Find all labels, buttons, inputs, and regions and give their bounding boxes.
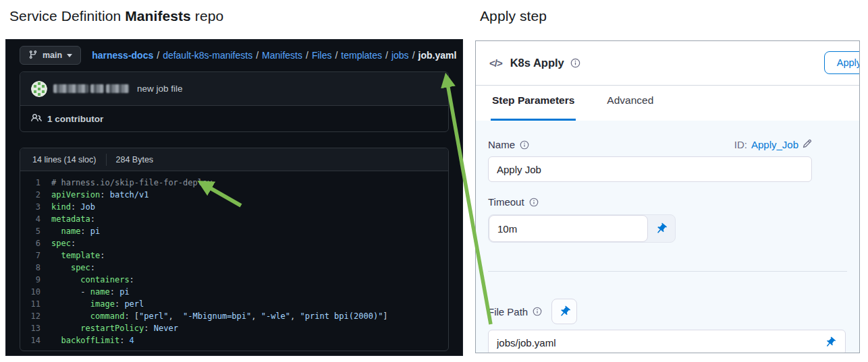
breadcrumb-link-jobs[interactable]: jobs	[391, 50, 409, 61]
section-divider	[488, 271, 847, 272]
line-number[interactable]: 12	[20, 310, 51, 322]
line-number[interactable]: 7	[20, 249, 51, 262]
edit-pencil-icon[interactable]	[803, 139, 812, 150]
branch-name: main	[43, 51, 62, 60]
file-stats-bar: 14 lines (14 sloc) 284 Bytes	[20, 148, 448, 171]
code-line: 14 backoffLimit: 4	[20, 334, 448, 346]
code-line: 3kind: Job	[20, 201, 448, 213]
file-path-pin-toggle[interactable]	[817, 330, 843, 353]
code-line-content: command: ["perl", "-Mbignum=bpi", "-wle"…	[51, 310, 388, 322]
code-line-content: spec:	[51, 262, 95, 274]
line-number[interactable]: 13	[20, 322, 51, 334]
file-size-info: 284 Bytes	[116, 155, 154, 164]
line-number[interactable]: 5	[20, 225, 51, 237]
code-viewer: 1# harness.io/skip-file-for-deploy2apiVe…	[20, 171, 448, 346]
line-number[interactable]: 4	[20, 213, 51, 225]
breadcrumb-separator: /	[412, 50, 415, 61]
line-number[interactable]: 10	[20, 286, 51, 298]
file-path-input[interactable]	[488, 330, 846, 353]
code-line: 12 command: ["perl", "-Mbignum=bpi", "-w…	[20, 310, 448, 322]
contributors-row[interactable]: 1 contributor	[20, 106, 448, 131]
code-line: 13 restartPolicy: Never	[20, 322, 448, 334]
file-path-pin-button[interactable]	[551, 299, 577, 324]
git-branch-icon	[28, 50, 38, 61]
file-navigation-bar: main harness-docs/default-k8s-manifests/…	[6, 40, 462, 71]
line-number[interactable]: 8	[20, 262, 51, 274]
code-line-content: backoffLimit: 4	[51, 334, 134, 346]
name-field-label: Name	[488, 139, 529, 150]
code-line-content: restartPolicy: Never	[51, 322, 178, 334]
breadcrumb-separator: /	[157, 50, 159, 61]
code-line-content: - name: pi	[51, 286, 130, 298]
step-parameters-content: Name ID: Apply_Job Timeout	[476, 121, 859, 353]
breadcrumb-separator: /	[385, 50, 388, 61]
branch-selector-button[interactable]: main	[20, 46, 81, 65]
line-number[interactable]: 9	[20, 274, 51, 286]
line-number[interactable]: 1	[20, 177, 51, 189]
code-line-content: name: pi	[51, 225, 100, 237]
commit-author-avatar[interactable]	[31, 81, 47, 97]
breadcrumb-link-default-k8s-manifests[interactable]: default-k8s-manifests	[163, 50, 252, 61]
timeout-input-group	[488, 214, 676, 243]
tab-step-parameters[interactable]: Step Parameters	[491, 94, 576, 121]
code-line: 9 containers:	[20, 274, 448, 286]
contributors-label: 1 contributor	[47, 114, 103, 124]
line-number[interactable]: 3	[20, 201, 51, 213]
breadcrumb-link-files[interactable]: Files	[312, 50, 332, 61]
step-panel-header: </> K8s Apply Apply	[476, 41, 859, 86]
breadcrumb-separator: /	[335, 50, 337, 61]
chevron-down-icon	[67, 54, 72, 57]
line-number[interactable]: 6	[20, 237, 51, 249]
pin-icon	[821, 334, 838, 351]
timeout-input[interactable]	[489, 215, 648, 242]
code-line-content: kind: Job	[51, 201, 95, 213]
breadcrumb-link-templates[interactable]: templates	[341, 50, 382, 61]
file-path-field-label: File Path	[488, 306, 542, 318]
timeout-field-label: Timeout	[488, 196, 539, 208]
code-line: 4metadata:	[20, 213, 448, 225]
latest-commit-row: new job file	[20, 72, 448, 106]
step-title: K8s Apply	[510, 57, 564, 69]
pin-icon	[652, 220, 670, 238]
code-line-content: template:	[51, 249, 105, 262]
left-section-title: Service Definition Manifests repo	[9, 8, 223, 24]
line-number[interactable]: 14	[20, 334, 51, 346]
code-line: 6spec:	[20, 237, 448, 249]
file-lines-info: 14 lines (14 sloc)	[32, 155, 97, 164]
code-line: 5 name: pi	[20, 225, 448, 237]
timeout-pin-toggle[interactable]	[647, 215, 675, 242]
info-icon[interactable]	[570, 58, 580, 68]
code-line-content: image: perl	[51, 298, 144, 310]
pin-icon	[555, 303, 574, 321]
step-id-block: ID: Apply_Job	[734, 139, 812, 150]
step-id-link[interactable]: Apply_Job	[751, 139, 798, 150]
latest-commit-card: new job file 1 contributor	[20, 71, 449, 132]
line-number[interactable]: 2	[20, 189, 51, 201]
code-line-content: metadata:	[51, 213, 95, 225]
code-line: 11 image: perl	[20, 298, 448, 310]
code-line-content: containers:	[51, 274, 134, 286]
k8s-apply-step-panel: </> K8s Apply Apply Step ParametersAdvan…	[475, 40, 860, 353]
right-section-title: Apply step	[480, 8, 547, 24]
info-icon[interactable]	[520, 140, 529, 150]
people-icon	[31, 113, 42, 125]
divider	[106, 154, 107, 166]
github-repo-panel: main harness-docs/default-k8s-manifests/…	[5, 39, 463, 356]
tab-advanced[interactable]: Advanced	[605, 94, 655, 121]
breadcrumb-link-manifests[interactable]: Manifests	[262, 50, 302, 61]
name-input[interactable]	[488, 156, 812, 182]
apply-changes-button[interactable]: Apply	[824, 51, 860, 74]
info-icon[interactable]	[529, 198, 539, 207]
breadcrumb-separator: /	[256, 50, 259, 61]
file-view-card: 14 lines (14 sloc) 284 Bytes 1# harness.…	[20, 148, 449, 351]
code-line: 7 template:	[20, 249, 448, 262]
commit-message[interactable]: new job file	[137, 84, 183, 94]
code-step-icon: </>	[489, 57, 502, 69]
breadcrumb-separator: /	[306, 50, 308, 61]
breadcrumb-repo-link[interactable]: harness-docs	[92, 50, 153, 61]
file-path-input-group	[488, 330, 846, 353]
code-line-content: # harness.io/skip-file-for-deploy	[51, 177, 212, 189]
info-icon[interactable]	[533, 307, 542, 316]
line-number[interactable]: 11	[20, 298, 51, 310]
code-line: 2apiVersion: batch/v1	[20, 189, 448, 201]
